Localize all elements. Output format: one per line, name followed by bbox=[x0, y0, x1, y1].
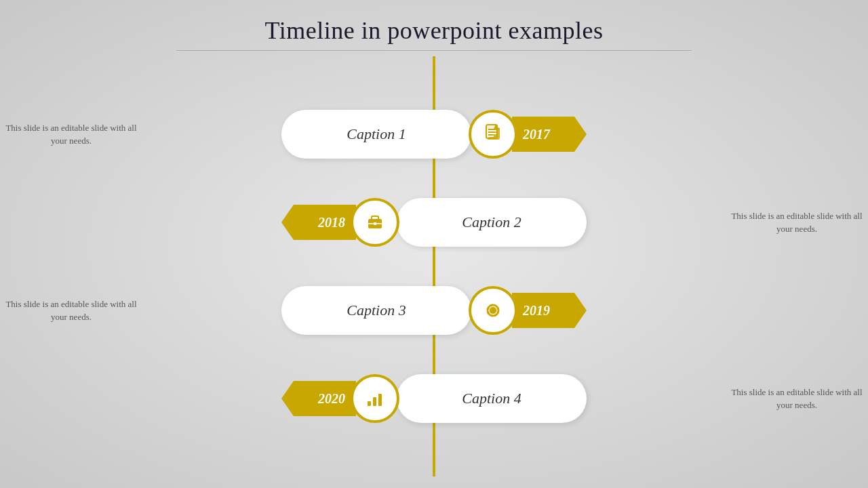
pill-wrapper-3: Caption 3 2019 bbox=[149, 286, 719, 335]
svg-rect-7 bbox=[488, 136, 494, 137]
pill-body-2: Caption 2 bbox=[397, 198, 587, 247]
caption-4: Caption 4 bbox=[462, 390, 521, 407]
icon-circle-4 bbox=[351, 374, 399, 423]
pill-wrapper-1: Caption 1 bbox=[149, 110, 719, 159]
side-text-3: This slide is an editable slide with all… bbox=[0, 298, 149, 324]
svg-rect-16 bbox=[373, 397, 376, 406]
title-section: Timeline in powerpoint examples bbox=[0, 0, 868, 56]
timeline-row-4: 2020 Caption 4 This slide is an editable… bbox=[0, 354, 868, 443]
year-badge-4: 2020 bbox=[281, 381, 356, 416]
side-text-2: This slide is an editable slide with all… bbox=[719, 209, 868, 236]
svg-rect-11 bbox=[374, 222, 376, 225]
pill-right-4: 2020 Caption 4 bbox=[281, 374, 587, 423]
caption-3: Caption 3 bbox=[347, 302, 406, 319]
timeline-container: This slide is an editable slide with all… bbox=[0, 56, 868, 476]
caption-2: Caption 2 bbox=[462, 214, 521, 231]
timeline-row: This slide is an editable slide with all… bbox=[0, 90, 868, 178]
svg-rect-9 bbox=[372, 216, 378, 220]
pill-body-4: Caption 4 bbox=[397, 374, 587, 423]
icon-circle-1 bbox=[469, 110, 517, 159]
icon-circle-2 bbox=[351, 198, 399, 247]
pill-left-1: Caption 1 bbox=[281, 110, 587, 159]
icon-circle-3 bbox=[469, 286, 517, 335]
pill-wrapper-2: 2018 Caption 2 bbox=[149, 198, 719, 247]
caption-1: Caption 1 bbox=[347, 125, 406, 143]
svg-rect-15 bbox=[368, 401, 371, 406]
title-divider bbox=[176, 50, 692, 51]
pill-wrapper-4: 2020 Caption 4 bbox=[149, 374, 719, 423]
gear-icon bbox=[482, 300, 504, 321]
svg-rect-6 bbox=[488, 133, 496, 134]
year-badge-3: 2019 bbox=[512, 293, 587, 328]
svg-rect-17 bbox=[378, 394, 382, 406]
side-text-4: This slide is an editable slide with all… bbox=[719, 386, 868, 412]
year-badge-2: 2018 bbox=[281, 205, 356, 240]
briefcase-icon bbox=[364, 211, 386, 233]
pill-body-1: Caption 1 bbox=[281, 110, 471, 159]
timeline-row-2: 2018 Caption 2 This slide is an edita bbox=[0, 178, 868, 266]
pill-left-3: Caption 3 2019 bbox=[281, 286, 587, 335]
svg-rect-5 bbox=[488, 130, 496, 131]
document-icon bbox=[482, 123, 504, 145]
page-title: Timeline in powerpoint examples bbox=[0, 16, 868, 45]
pill-right-2: 2018 Caption 2 bbox=[281, 198, 587, 247]
year-badge-1: 2017 bbox=[512, 117, 587, 152]
timeline-row-3: This slide is an editable slide with all… bbox=[0, 266, 868, 354]
pill-body-3: Caption 3 bbox=[281, 286, 471, 335]
side-text-1: This slide is an editable slide with all… bbox=[0, 121, 149, 148]
chart-icon bbox=[364, 388, 386, 409]
